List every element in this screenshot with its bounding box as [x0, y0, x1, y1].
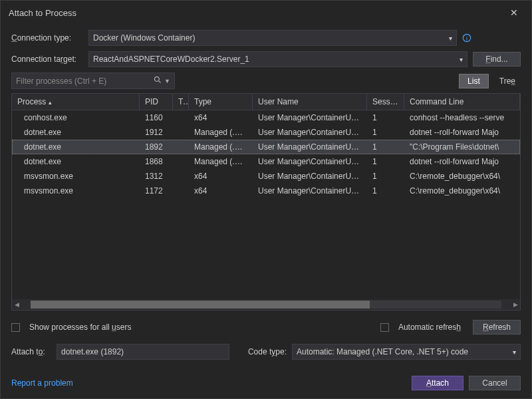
table-row[interactable]: dotnet.exe1912Managed (.NE...User Manage… [12, 125, 520, 140]
table-cell: User Manager\ContainerUser [253, 125, 367, 140]
titlebar: Attach to Process ✕ [1, 1, 531, 25]
table-cell: 1912 [140, 125, 173, 140]
connection-type-combo[interactable]: Docker (Windows Container) ▾ [88, 30, 457, 46]
report-problem-link[interactable]: Report a problem [11, 378, 73, 388]
code-type-label: Code type: [240, 347, 287, 356]
table-cell: conhost --headless --serve [404, 110, 520, 125]
table-cell: msvsmon.exe [12, 169, 140, 184]
table-cell: conhost.exe [12, 110, 140, 125]
refresh-button[interactable]: Refresh [473, 320, 521, 334]
table-cell: dotnet.exe [12, 154, 140, 169]
attach-button[interactable]: Attach [412, 376, 464, 390]
table-cell: Managed (.NE... [189, 125, 253, 140]
info-icon[interactable]: i [462, 33, 471, 43]
table-cell: 1312 [140, 169, 173, 184]
code-type-combo[interactable]: Automatic: Managed (.NET Core, .NET 5+) … [292, 344, 521, 360]
table-cell: dotnet.exe [12, 125, 140, 140]
connection-target-combo[interactable]: ReactAndASPNETCoreWDocker2.Server_1 ▾ [88, 51, 467, 67]
table-cell: User Manager\ContainerUser [253, 140, 367, 154]
table-cell: "C:\Program Files\dotnet\ [404, 140, 520, 154]
table-cell: dotnet.exe [12, 140, 140, 154]
col-header-process[interactable]: Process [12, 94, 140, 110]
chevron-down-icon: ▾ [513, 348, 516, 356]
table-cell: 1 [367, 169, 404, 184]
table-cell: x64 [189, 184, 253, 198]
table-cell: 1 [367, 154, 404, 169]
connection-target-label: Connection target: [11, 55, 83, 64]
table-cell: dotnet --roll-forward Majo [404, 154, 520, 169]
table-cell: 1 [367, 125, 404, 140]
col-header-title[interactable]: Tit [173, 94, 189, 110]
list-view-button[interactable]: List [459, 74, 489, 88]
chevron-down-icon: ▾ [460, 56, 463, 63]
table-cell: 1868 [140, 154, 173, 169]
table-cell: User Manager\ContainerUser [253, 154, 367, 169]
svg-point-2 [155, 77, 160, 82]
table-body: conhost.exe1160x64User Manager\Container… [12, 110, 520, 299]
table-cell [173, 154, 189, 169]
show-all-users-checkbox[interactable] [11, 323, 20, 332]
search-icon [154, 76, 162, 86]
connection-type-label: Connection type: [11, 33, 83, 43]
table-cell [173, 140, 189, 154]
table-cell [173, 110, 189, 125]
filter-dropdown-icon[interactable]: ▼ [164, 78, 170, 84]
find-button[interactable]: Find... [473, 52, 521, 66]
table-cell: User Manager\ContainerUser [253, 184, 367, 198]
table-cell: C:\remote_debugger\x64\ [404, 184, 520, 198]
connection-target-value: ReactAndASPNETCoreWDocker2.Server_1 [93, 55, 457, 64]
table-cell: Managed (.NE... [189, 140, 253, 154]
col-header-session[interactable]: Session [367, 94, 404, 110]
code-type-value: Automatic: Managed (.NET Core, .NET 5+) … [297, 347, 510, 356]
table-cell: dotnet --roll-forward Majo [404, 125, 520, 140]
process-table: Process PID Tit Type User Name Session C… [11, 93, 521, 311]
scrollbar-thumb[interactable] [31, 301, 370, 309]
table-cell: msvsmon.exe [12, 184, 140, 198]
scroll-right-icon[interactable]: ▶ [511, 301, 520, 308]
table-cell: 1 [367, 140, 404, 154]
table-cell [173, 125, 189, 140]
table-cell [173, 169, 189, 184]
chevron-down-icon: ▾ [449, 35, 452, 42]
connection-type-value: Docker (Windows Container) [93, 33, 446, 43]
window-title: Attach to Process [9, 8, 505, 18]
table-cell: 1892 [140, 140, 173, 154]
horizontal-scrollbar[interactable]: ◀ ▶ [12, 299, 520, 310]
attach-to-process-dialog: Attach to Process ✕ Connection type: Doc… [0, 0, 532, 399]
table-cell: User Manager\ContainerUser [253, 110, 367, 125]
table-header: Process PID Tit Type User Name Session C… [12, 94, 520, 110]
svg-text:i: i [466, 35, 467, 42]
col-header-pid[interactable]: PID [140, 94, 173, 110]
filter-processes-input[interactable]: Filter processes (Ctrl + E) ▼ [11, 72, 175, 89]
cancel-button[interactable]: Cancel [469, 376, 521, 390]
col-header-user[interactable]: User Name [253, 94, 367, 110]
table-cell: 1172 [140, 184, 173, 198]
table-row[interactable]: msvsmon.exe1312x64User Manager\Container… [12, 169, 520, 184]
svg-line-3 [159, 81, 161, 83]
col-header-cmd[interactable]: Command Line [404, 94, 520, 110]
table-cell: 1 [367, 184, 404, 198]
table-cell: 1160 [140, 110, 173, 125]
table-row[interactable]: msvsmon.exe1172x64User Manager\Container… [12, 184, 520, 198]
attach-to-field[interactable]: dotnet.exe (1892) [57, 344, 229, 360]
filter-placeholder: Filter processes (Ctrl + E) [16, 76, 151, 86]
table-cell [173, 184, 189, 198]
table-row[interactable]: dotnet.exe1892Managed (.NE...User Manage… [12, 140, 520, 154]
tree-view-button[interactable]: Tree [494, 74, 521, 88]
close-icon[interactable]: ✕ [505, 6, 523, 19]
table-cell: x64 [189, 169, 253, 184]
attach-to-label: Attach to: [11, 347, 51, 356]
automatic-refresh-label: Automatic refresh [398, 323, 461, 332]
table-cell: Managed (.NE... [189, 154, 253, 169]
table-row[interactable]: conhost.exe1160x64User Manager\Container… [12, 110, 520, 125]
col-header-type[interactable]: Type [189, 94, 253, 110]
table-row[interactable]: dotnet.exe1868Managed (.NE...User Manage… [12, 154, 520, 169]
table-cell: 1 [367, 110, 404, 125]
automatic-refresh-checkbox[interactable] [380, 323, 389, 332]
scroll-left-icon[interactable]: ◀ [12, 301, 21, 308]
table-cell: x64 [189, 110, 253, 125]
table-cell: C:\remote_debugger\x64\ [404, 169, 520, 184]
show-all-users-label: Show processes for all users [29, 323, 131, 332]
table-cell: User Manager\ContainerUser [253, 169, 367, 184]
